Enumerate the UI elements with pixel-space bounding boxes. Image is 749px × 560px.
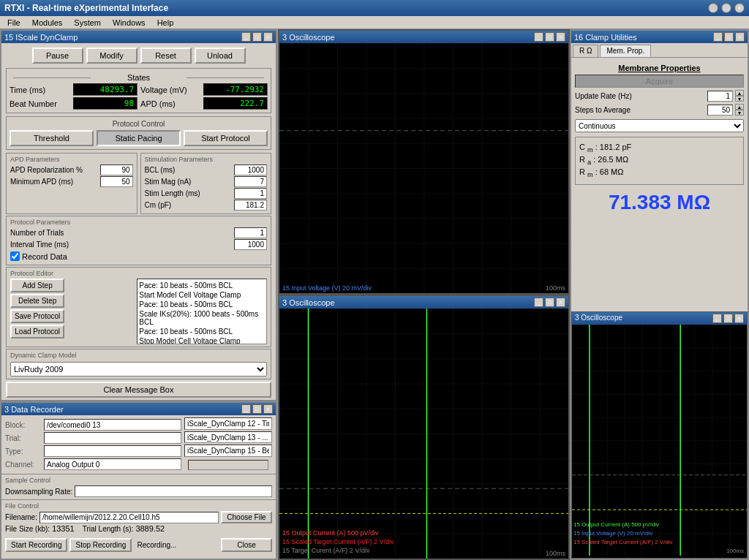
start-recording-button[interactable]: Start Recording xyxy=(5,538,67,552)
bcl-input[interactable] xyxy=(234,164,267,175)
mini-label1: 15 Output Current (A) 500 pV/div xyxy=(573,521,659,528)
downsampling-input[interactable] xyxy=(75,485,272,497)
save-protocol-button[interactable]: Save Protocol xyxy=(10,309,64,323)
file-control-box: File Control Filename: Choose File File … xyxy=(1,499,276,536)
minimize-btn[interactable]: _ xyxy=(708,3,718,13)
recording-btns: Start Recording Stop Recording Recording… xyxy=(1,536,276,554)
osc-top-channel-label: 15 Input Voltage (V) 20 mV/div xyxy=(282,284,372,292)
start-protocol-button[interactable]: Start Protocol xyxy=(184,130,268,146)
recorder-title-bar: 3 Data Recorder _ □ × xyxy=(1,403,276,415)
recorder-close[interactable]: × xyxy=(263,404,273,414)
close-recorder-button[interactable]: Close xyxy=(221,538,272,552)
osc-top-max[interactable]: □ xyxy=(545,32,554,42)
choose-file-button[interactable]: Choose File xyxy=(221,511,272,523)
osc-bot-close[interactable]: × xyxy=(556,298,565,307)
stop-recording-button[interactable]: Stop Recording xyxy=(69,538,132,552)
min-apd-label: Minimum APD (ms) xyxy=(10,178,98,186)
tab-mem-prop[interactable]: Mem. Prop. xyxy=(600,45,651,57)
cm-input[interactable] xyxy=(234,200,267,211)
stim-len-input[interactable] xyxy=(234,188,267,199)
dynclamp-ref3[interactable] xyxy=(184,444,272,457)
dynclamp-model-box: Dynamic Clamp Model LivRudy 2009 xyxy=(6,349,271,379)
editor-btns: Add Step Delete Step Save Protocol Load … xyxy=(10,279,64,344)
protocol-btns: Threshold Static Pacing Start Protocol xyxy=(10,130,268,146)
menu-windows[interactable]: Windows xyxy=(107,18,151,28)
title-bar-controls: _ □ × xyxy=(708,3,745,13)
clear-message-button[interactable]: Clear Message Box xyxy=(6,382,271,398)
recorder-maximize[interactable]: □ xyxy=(252,404,262,414)
threshold-button[interactable]: Threshold xyxy=(10,130,94,146)
list-item: Start Model Cell Voltage Clamp xyxy=(139,290,265,300)
close-btn[interactable]: × xyxy=(734,3,745,13)
pause-button[interactable]: Pause xyxy=(32,48,83,64)
trials-input[interactable] xyxy=(234,227,267,238)
osc-top-min[interactable]: _ xyxy=(534,32,543,42)
mini-osc-close[interactable]: × xyxy=(734,314,744,323)
channel-input[interactable] xyxy=(44,458,181,470)
sample-control-label: Sample Control xyxy=(5,477,272,484)
model-select[interactable]: LivRudy 2009 xyxy=(10,362,267,377)
unload-button[interactable]: Unload xyxy=(195,48,246,64)
modify-button[interactable]: Modify xyxy=(86,48,138,64)
mini-osc-min[interactable]: _ xyxy=(712,314,722,323)
dynclamp-close[interactable]: × xyxy=(263,32,273,42)
list-item: Pace: 10 beats - 500ms BCL xyxy=(139,300,265,309)
menu-help[interactable]: Help xyxy=(151,18,180,28)
dynclamp-maximize[interactable]: □ xyxy=(252,32,262,42)
osc-top-close[interactable]: × xyxy=(556,32,565,42)
list-item: Scale IKs(20%): 1000 beats - 500ms BCL xyxy=(139,309,265,327)
static-pacing-button[interactable]: Static Pacing xyxy=(97,130,181,146)
delete-step-button[interactable]: Delete Step xyxy=(10,294,64,308)
tab-r-ohm[interactable]: R Ω xyxy=(573,45,598,57)
mini-osc-display: 15 Output Current (A) 500 pV/div 15 Inpu… xyxy=(572,325,747,556)
recorder-minimize[interactable]: _ xyxy=(241,404,251,414)
repol-input[interactable] xyxy=(100,164,133,175)
interval-input[interactable] xyxy=(234,239,267,250)
steps-avg-down[interactable]: ▼ xyxy=(735,110,744,116)
app-title: RTXI - Real-time eXperimental Interface xyxy=(4,3,168,13)
osc-bot-max[interactable]: □ xyxy=(545,298,554,307)
scrollbar-h[interactable] xyxy=(188,460,268,470)
update-rate-input[interactable] xyxy=(707,91,733,102)
min-apd-input[interactable] xyxy=(100,176,133,187)
stim-mag-input[interactable] xyxy=(234,176,267,187)
update-rate-up[interactable]: ▲ xyxy=(735,90,744,96)
svg-rect-0 xyxy=(279,43,568,293)
mini-osc-max[interactable]: □ xyxy=(723,314,733,323)
repol-label: APD Repolarization % xyxy=(10,166,98,174)
load-protocol-button[interactable]: Load Protocol xyxy=(10,325,64,338)
proto-params-box: Protocol Parameters Number of Trials Int… xyxy=(6,216,271,265)
osc-top-display: 15 Input Voltage (V) 20 mV/div 100ms xyxy=(279,43,568,293)
filesize-label: File Size (kb): xyxy=(5,525,50,533)
steps-avg-up[interactable]: ▲ xyxy=(735,104,744,110)
editor-list[interactable]: Pace: 10 beats - 500ms BCL Start Model C… xyxy=(137,279,267,344)
dynclamp-minimize[interactable]: _ xyxy=(241,32,251,42)
trial-input[interactable] xyxy=(44,432,181,444)
reset-button[interactable]: Reset xyxy=(140,48,192,64)
osc-bot-min[interactable]: _ xyxy=(534,298,543,307)
update-rate-down[interactable]: ▼ xyxy=(735,96,744,102)
add-step-button[interactable]: Add Step xyxy=(10,279,64,292)
apd-params-title: APD Parameters xyxy=(10,156,133,163)
data-recorder-panel: 3 Data Recorder _ □ × Block: Trial: xyxy=(0,401,277,560)
menu-file[interactable]: File xyxy=(1,18,26,28)
maximize-btn[interactable]: □ xyxy=(721,3,731,13)
steps-avg-input[interactable] xyxy=(707,105,733,116)
block-input[interactable] xyxy=(44,419,181,431)
type-input[interactable] xyxy=(44,445,181,457)
osc-top-title-bar: 3 Oscilloscope _ □ × xyxy=(279,31,568,43)
dynclamp-ref1[interactable] xyxy=(184,417,272,430)
dynclamp-ref2[interactable] xyxy=(184,431,272,444)
clamp-close[interactable]: × xyxy=(735,32,745,42)
trials-label: Number of Trials xyxy=(10,229,232,237)
rm-row: R m : 68 MΩ xyxy=(579,167,739,178)
filename-input[interactable] xyxy=(39,512,219,523)
clamp-max[interactable]: □ xyxy=(724,32,734,42)
mode-select[interactable]: Continuous Single xyxy=(575,119,744,132)
menu-system[interactable]: System xyxy=(68,18,107,28)
record-data-checkbox[interactable] xyxy=(10,251,20,261)
osc-bot-time: 100ms xyxy=(546,550,565,557)
clamp-min[interactable]: _ xyxy=(713,32,723,42)
clamp-title-bar: 16 Clamp Utilities _ □ × xyxy=(571,31,748,43)
menu-modules[interactable]: Modules xyxy=(26,18,69,28)
